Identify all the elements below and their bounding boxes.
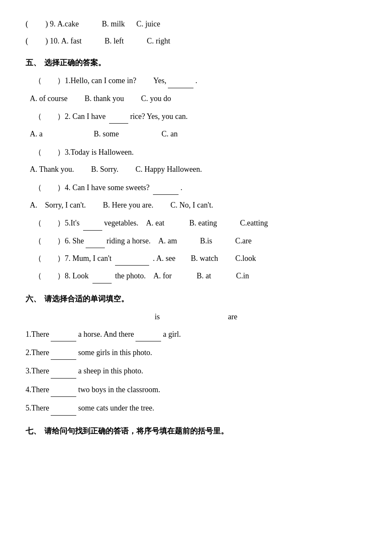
fill-s5-blank1	[51, 401, 76, 415]
s5-q6-text: （ ）6. She riding a horse. A. am B.is C.a…	[34, 234, 251, 248]
s5-q4-blank	[153, 181, 179, 195]
fill-s5-num: 5.There	[26, 401, 49, 415]
s5-q4-optC: C. No, I can't.	[170, 198, 213, 212]
s5-q2-optC: C. an	[161, 127, 178, 141]
fill-s2-num: 2.There	[26, 346, 49, 359]
question-9: ( ) 9. A.cake B. milk C. juice	[26, 17, 366, 31]
s5-q3-optA: A. Thank you.	[30, 162, 74, 176]
word-are: are	[228, 310, 237, 324]
question-10: ( ) 10. A. fast B. left C. right	[26, 34, 366, 48]
fill-s4-num: 4.There	[26, 383, 49, 396]
q9-optB: B. milk	[102, 17, 125, 31]
s5-q2-optA: A. a	[30, 127, 43, 141]
s5-q1-blank	[168, 74, 193, 88]
fill-s4-end: two boys in the classroom.	[78, 383, 160, 396]
fill-s4-blank1	[51, 383, 76, 397]
fill-s1-mid: a horse. And there	[78, 327, 134, 341]
word-bank: is are	[26, 310, 366, 324]
s5-q4-text: （ ）4. Can I have some sweets? .	[34, 181, 182, 195]
section5-instruction: 选择正确的答案。	[44, 56, 106, 69]
fill-s2: 2.There some girls in this photo.	[26, 346, 366, 360]
fill-s2-end: some girls in this photo.	[78, 346, 152, 359]
section6-instruction: 请选择合适的单词填空。	[44, 292, 129, 306]
fill-s1-num: 1.There	[26, 327, 49, 341]
q9-bracket: ( ) 9.	[26, 17, 56, 31]
fill-s1-blank1	[51, 327, 76, 341]
s5-q2-optB: B. some	[94, 127, 119, 141]
q10-optC: C. right	[147, 34, 170, 48]
fill-s3: 3.There a sheep in this photo.	[26, 364, 366, 378]
section7-num: 七、	[26, 424, 41, 438]
fill-s5-end: some cats under the tree.	[78, 401, 154, 415]
s5-q3-optB: B. Sorry.	[91, 162, 118, 176]
s5-q6-blank	[86, 234, 105, 248]
s5-q5: （ ）5.It's vegetables. A. eat B. eating C…	[34, 216, 366, 230]
section7-instruction: 请给问句找到正确的答语，将序号填在题前的括号里。	[44, 424, 228, 438]
s5-q3: （ ）3.Today is Halloween.	[34, 145, 366, 159]
s5-q5-text: （ ）5.It's vegetables. A. eat B. eating C…	[34, 216, 268, 230]
s5-q7-blank	[115, 251, 149, 266]
fill-s3-end: a sheep in this photo.	[78, 364, 143, 378]
s5-q1: （ ）1.Hello, can I come in? Yes, .	[34, 74, 366, 88]
fill-s2-blank1	[51, 346, 76, 360]
s5-q5-blank	[83, 216, 102, 230]
fill-s1-end: a girl.	[163, 327, 181, 341]
s5-q1-bracket: （ ）1.Hello, can I come in? Yes, .	[34, 74, 197, 88]
s5-q3-text: （ ）3.Today is Halloween.	[34, 145, 134, 159]
s5-q1-options: A. of course B. thank you C. you do	[26, 92, 366, 105]
fill-s1-blank2	[135, 327, 161, 341]
q10-optB: B. left	[105, 34, 124, 48]
s5-q7: （ ）7. Mum, I can't . A. see B. watch C.l…	[34, 251, 366, 266]
s5-q2-options: A. a B. some C. an	[26, 127, 366, 141]
q9-optA: A.cake	[58, 17, 79, 31]
fill-s5: 5.There some cats under the tree.	[26, 401, 366, 415]
s5-q1-optB: B. thank you	[84, 92, 124, 105]
q9-optC: C. juice	[136, 17, 160, 31]
section6-num: 六、	[26, 292, 41, 306]
fill-s4: 4.There two boys in the classroom.	[26, 383, 366, 397]
s5-q4-optA: A. Sorry, I can't.	[30, 198, 86, 212]
fill-s3-blank1	[51, 364, 76, 378]
s5-q2: （ ）2. Can I have rice? Yes, you can.	[34, 110, 366, 124]
section5-num: 五、	[26, 56, 41, 69]
s5-q3-optC: C. Happy Halloween.	[135, 162, 202, 176]
s5-q8: （ ）8. Look the photo. A. for B. at C.in	[34, 269, 366, 283]
fill-s1: 1.There a horse. And there a girl.	[26, 327, 366, 341]
s5-q3-options: A. Thank you. B. Sorry. C. Happy Hallowe…	[26, 162, 366, 176]
s5-q4: （ ）4. Can I have some sweets? .	[34, 181, 366, 195]
s5-q4-options: A. Sorry, I can't. B. Here you are. C. N…	[26, 198, 366, 212]
q10-optA: A. fast	[61, 34, 82, 48]
s5-q2-text: （ ）2. Can I have rice? Yes, you can.	[34, 110, 187, 124]
fill-s3-num: 3.There	[26, 364, 49, 378]
s5-q7-text: （ ）7. Mum, I can't . A. see B. watch C.l…	[34, 251, 256, 266]
q10-bracket: ( ) 10.	[26, 34, 60, 48]
s5-q1-optA: A. of course	[30, 92, 67, 105]
s5-q2-blank	[109, 110, 128, 124]
section5-title: 五、 选择正确的答案。	[26, 56, 366, 69]
s5-q8-blank	[92, 269, 112, 283]
s5-q6: （ ）6. She riding a horse. A. am B.is C.a…	[34, 234, 366, 248]
s5-q1-optC: C. you do	[141, 92, 171, 105]
s5-q4-optB: B. Here you are.	[103, 198, 153, 212]
word-is: is	[155, 310, 160, 324]
section6-title: 六、 请选择合适的单词填空。	[26, 292, 366, 306]
s5-q8-text: （ ）8. Look the photo. A. for B. at C.in	[34, 269, 249, 283]
section7-title: 七、 请给问句找到正确的答语，将序号填在题前的括号里。	[26, 424, 366, 438]
